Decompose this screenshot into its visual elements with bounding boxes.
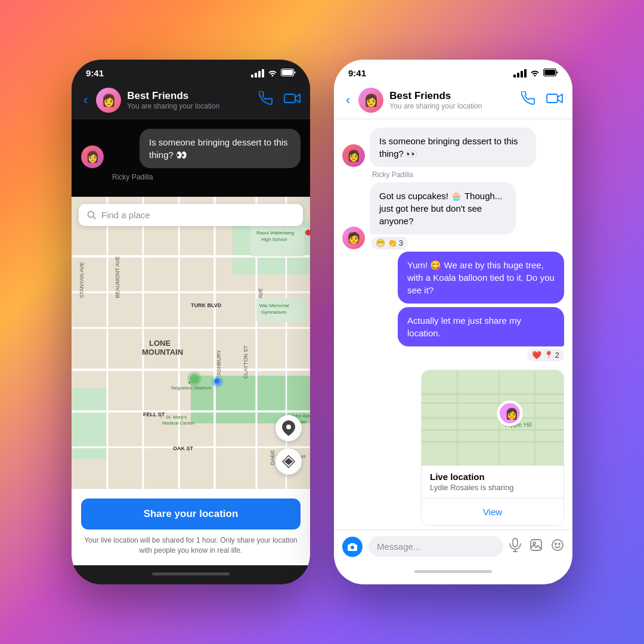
svg-point-40 [190, 374, 199, 383]
svg-text:+: + [188, 380, 191, 386]
status-icons-right [513, 68, 558, 78]
svg-text:TURK BLVD: TURK BLVD [191, 302, 222, 308]
incoming-bubble-left: Is someone bringing dessert to this thin… [140, 129, 301, 168]
svg-rect-1 [282, 70, 293, 75]
camera-icon [348, 543, 357, 551]
header-actions-right [521, 91, 563, 109]
back-button-left[interactable]: ‹ [81, 90, 90, 110]
bubble-msg1: Is someone bringing dessert to this thin… [370, 128, 536, 167]
live-location-sub: Lydie Rosales is sharing [430, 483, 555, 492]
avatar-msg1: 👩 [342, 144, 365, 167]
map-svg: STANYAN AVE BEAUMONT AVE TURK BLVD NIDO … [72, 197, 310, 489]
phone-icon-right[interactable] [521, 91, 535, 109]
svg-rect-73 [513, 538, 518, 547]
svg-text:ASHBURY: ASHBURY [216, 350, 222, 376]
svg-text:CLAYTON ST: CLAYTON ST [243, 345, 249, 379]
chat-name-right: Best Friends [389, 90, 515, 102]
chat-header-left: ‹ 👩 Best Friends You are sharing your lo… [72, 83, 310, 119]
live-location-card[interactable]: Hippie Hill 👩 Live location Lydie Rosale… [421, 370, 564, 526]
mic-icon[interactable] [509, 538, 521, 556]
time-left: 9:41 [86, 68, 104, 78]
status-bar-left: 9:41 [72, 60, 310, 83]
bubble-msg3: Yum! 😋 We are by this huge tree, with a … [398, 252, 564, 304]
chat-name-left: Best Friends [127, 90, 253, 102]
input-icons [509, 538, 564, 556]
search-icon-map [87, 210, 97, 220]
share-location-section: Share your location Your live location w… [72, 489, 310, 565]
battery-icon-left [281, 68, 296, 78]
svg-rect-74 [531, 540, 541, 550]
svg-text:War Memorial: War Memorial [259, 303, 289, 308]
message-row-3: Yum! 😋 We are by this huge tree, with a … [342, 252, 564, 304]
share-location-button[interactable]: Share your location [81, 499, 301, 530]
svg-point-75 [533, 542, 535, 544]
svg-text:LONE: LONE [149, 339, 171, 348]
sender-avatar-left: 👩 [81, 145, 104, 168]
header-actions-left [259, 91, 301, 109]
sender-1: Ricky Padilla [372, 171, 564, 179]
svg-text:👩: 👩 [505, 407, 519, 420]
wifi-icon-right [530, 68, 540, 78]
message-input[interactable]: Message... [369, 536, 503, 557]
svg-text:MOUNTAIN: MOUNTAIN [142, 348, 183, 357]
chat-header-right: ‹ 👩 Best Friends You are sharing your lo… [334, 83, 572, 119]
svg-text:Gymnasium: Gymnasium [261, 309, 287, 315]
message-row-1: 👩 Is someone bringing dessert to this th… [342, 128, 564, 167]
message-input-bar: Message... [334, 530, 572, 563]
live-map-svg: Hippie Hill 👩 [422, 370, 564, 466]
svg-text:+: + [160, 414, 163, 420]
signal-icon-left [251, 69, 264, 78]
video-icon-right[interactable] [546, 92, 563, 108]
home-bar-right [414, 570, 492, 573]
incoming-message-row-left: 👩 Is someone bringing dessert to this th… [81, 129, 301, 168]
map-area[interactable]: Find a place [72, 197, 310, 489]
avatar-right: 👩 [358, 88, 383, 113]
avatar-msg2: 🧑 [342, 227, 365, 249]
live-location-wrapper: Hippie Hill 👩 Live location Lydie Rosale… [342, 365, 564, 526]
message-row-2: 🧑 Got us cupcakes! 🧁 Though... just got … [342, 182, 564, 249]
location-pin-button[interactable] [275, 415, 302, 441]
search-placeholder-map[interactable]: Find a place [101, 210, 150, 220]
svg-point-3 [88, 211, 94, 217]
svg-point-76 [552, 540, 563, 550]
pin-icon [282, 420, 295, 436]
view-button[interactable]: View [430, 504, 555, 519]
phone-left: 9:41 ‹ [72, 60, 310, 584]
svg-point-55 [215, 379, 219, 383]
video-icon-left[interactable] [284, 92, 301, 108]
chat-status-right: You are sharing your location [389, 102, 515, 110]
sticker-icon[interactable] [551, 538, 564, 555]
live-location-title: Live location [430, 472, 555, 482]
header-info-left: Best Friends You are sharing your locati… [127, 90, 253, 110]
messages-area: 👩 Is someone bringing dessert to this th… [334, 119, 572, 530]
phone-icon-left[interactable] [259, 91, 273, 109]
map-search-bar[interactable]: Find a place [79, 204, 303, 226]
avatar-left: 👩 [96, 88, 121, 113]
share-disclaimer: Your live location will be shared for 1 … [81, 535, 301, 556]
chat-status-left: You are sharing your location [127, 102, 253, 110]
status-bar-right: 9:41 [334, 60, 572, 83]
live-location-map: Hippie Hill 👩 [422, 370, 564, 466]
image-icon [530, 538, 543, 552]
svg-text:OAK ST: OAK ST [173, 445, 194, 451]
time-right: 9:41 [348, 68, 366, 78]
svg-text:STANYAN AVE: STANYAN AVE [79, 262, 85, 298]
wifi-icon-left [268, 68, 277, 78]
camera-button[interactable] [342, 537, 363, 557]
svg-text:St. Mary's: St. Mary's [166, 414, 187, 420]
signal-icon-right [513, 69, 527, 78]
gallery-icon[interactable] [530, 538, 543, 555]
live-location-info: Live location Lydie Rosales is sharing V… [422, 466, 564, 525]
bubble-msg4: Actually let me just share my location. [398, 307, 564, 346]
dark-message-overlay: 👩 Is someone bringing dessert to this th… [72, 119, 310, 197]
svg-text:+: + [304, 227, 307, 233]
svg-text:BEAUMONT AVE: BEAUMONT AVE [114, 256, 120, 298]
svg-rect-59 [547, 94, 558, 103]
navigation-button[interactable] [275, 448, 302, 475]
back-button-right[interactable]: ‹ [343, 90, 352, 110]
svg-point-56 [286, 425, 291, 429]
live-location-divider [422, 498, 564, 499]
phone-right: 9:41 ‹ [334, 60, 572, 584]
svg-rect-58 [544, 70, 555, 75]
svg-text:High School: High School [261, 237, 287, 242]
